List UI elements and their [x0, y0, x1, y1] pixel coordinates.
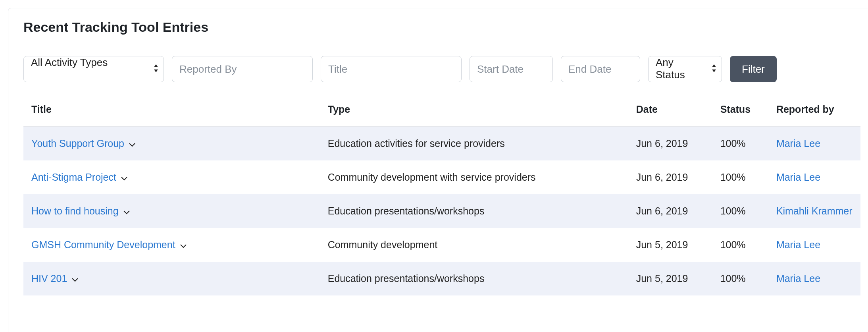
filter-button[interactable]: Filter — [730, 56, 777, 82]
title-cell-wrap: HIV 201 — [31, 273, 78, 284]
start-date-input[interactable] — [470, 56, 553, 82]
cell-title: How to find housing — [23, 194, 320, 228]
chevron-down-icon[interactable] — [180, 239, 187, 251]
reporter-link[interactable]: Maria Lee — [776, 138, 820, 149]
cell-type: Education activities for service provide… — [320, 127, 628, 161]
chevron-down-icon[interactable] — [123, 205, 130, 217]
table-row: Anti-Stigma ProjectCommunity development… — [23, 160, 860, 194]
cell-date: Jun 6, 2019 — [628, 194, 712, 228]
tracking-entries-card: Recent Tracking Tool Entries All Activit… — [8, 8, 868, 332]
table-row: HIV 201Education presentations/workshops… — [23, 262, 860, 295]
chevron-down-icon[interactable] — [121, 172, 127, 183]
cell-reported-by: Maria Lee — [768, 160, 860, 194]
cell-title: GMSH Community Development — [23, 228, 320, 262]
activity-type-select[interactable]: All Activity Types — [23, 56, 164, 82]
cell-status: 100% — [712, 160, 768, 194]
reported-by-input[interactable] — [172, 56, 313, 82]
status-select[interactable]: Any Status — [648, 56, 722, 82]
cell-date: Jun 6, 2019 — [628, 160, 712, 194]
entries-table: Title Type Date Status Reported by Youth… — [23, 97, 860, 295]
end-date-input[interactable] — [561, 56, 640, 82]
activity-type-label: All Activity Types — [23, 56, 164, 82]
cell-title: Youth Support Group — [23, 127, 320, 161]
cell-title: Anti-Stigma Project — [23, 160, 320, 194]
cell-date: Jun 6, 2019 — [628, 127, 712, 161]
cell-status: 100% — [712, 228, 768, 262]
reporter-link[interactable]: Kimahli Krammer — [776, 205, 853, 216]
table-header-row: Title Type Date Status Reported by — [23, 97, 860, 127]
cell-reported-by: Kimahli Krammer — [768, 194, 860, 228]
table-row: How to find housingEducation presentatio… — [23, 194, 860, 228]
col-header-reported-by: Reported by — [768, 97, 860, 127]
entry-title-link[interactable]: GMSH Community Development — [31, 239, 175, 251]
cell-type: Community development — [320, 228, 628, 262]
entry-title-link[interactable]: Youth Support Group — [31, 138, 124, 149]
col-header-type: Type — [320, 97, 628, 127]
entry-title-link[interactable]: How to find housing — [31, 205, 119, 217]
table-row: GMSH Community DevelopmentCommunity deve… — [23, 228, 860, 262]
reporter-link[interactable]: Maria Lee — [776, 172, 820, 183]
divider — [23, 43, 860, 43]
col-header-date: Date — [628, 97, 712, 127]
cell-reported-by: Maria Lee — [768, 228, 860, 262]
title-cell-wrap: GMSH Community Development — [31, 239, 187, 251]
cell-status: 100% — [712, 127, 768, 161]
title-input[interactable] — [321, 56, 462, 82]
cell-type: Education presentations/workshops — [320, 194, 628, 228]
chevron-down-icon[interactable] — [72, 273, 78, 284]
title-cell-wrap: How to find housing — [31, 205, 130, 217]
entry-title-link[interactable]: Anti-Stigma Project — [31, 172, 116, 183]
title-cell-wrap: Anti-Stigma Project — [31, 172, 127, 183]
reporter-link[interactable]: Maria Lee — [776, 239, 820, 250]
status-label: Any Status — [648, 56, 722, 82]
cell-reported-by: Maria Lee — [768, 127, 860, 161]
entry-title-link[interactable]: HIV 201 — [31, 273, 67, 284]
cell-date: Jun 5, 2019 — [628, 228, 712, 262]
filter-bar: All Activity Types Any Status Filter — [23, 56, 860, 82]
table-row: Youth Support GroupEducation activities … — [23, 127, 860, 161]
cell-type: Community development with service provi… — [320, 160, 628, 194]
cell-reported-by: Maria Lee — [768, 262, 860, 295]
cell-status: 100% — [712, 194, 768, 228]
col-header-title: Title — [23, 97, 320, 127]
cell-type: Education presentations/workshops — [320, 262, 628, 295]
cell-title: HIV 201 — [23, 262, 320, 295]
col-header-status: Status — [712, 97, 768, 127]
page-title: Recent Tracking Tool Entries — [23, 19, 860, 35]
cell-status: 100% — [712, 262, 768, 295]
cell-date: Jun 5, 2019 — [628, 262, 712, 295]
title-cell-wrap: Youth Support Group — [31, 138, 135, 149]
reporter-link[interactable]: Maria Lee — [776, 273, 820, 284]
chevron-down-icon[interactable] — [129, 138, 135, 149]
